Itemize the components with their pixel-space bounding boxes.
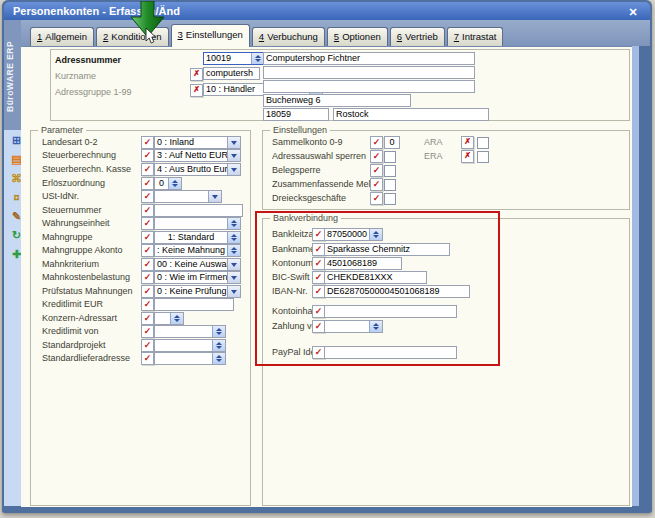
ara-label: ARA	[424, 137, 443, 148]
title-bar[interactable]: Personenkonten - Erfassen/Änd ✕	[4, 2, 650, 20]
kreditlimit-eur-field[interactable]	[154, 298, 234, 311]
spinner-button[interactable]	[227, 218, 240, 229]
field-value: : Keine Mahnung	[155, 245, 227, 256]
ara-checkbox[interactable]	[477, 137, 489, 149]
dropdown-value: 0 : Keine Prüfung	[155, 286, 227, 297]
edit-flag-icon[interactable]	[370, 192, 383, 205]
parameter-group-title: Parameter	[38, 125, 86, 136]
steuernummer-field[interactable]	[154, 204, 243, 217]
tab-einstellungen[interactable]: 3Einstellungen	[171, 24, 250, 47]
adressnummer-field[interactable]: 10019	[203, 52, 265, 65]
spinner-button[interactable]	[212, 353, 225, 364]
spinner-button[interactable]	[170, 313, 183, 324]
spinner-button[interactable]	[212, 326, 225, 337]
application-window: Personenkonten - Erfassen/Änd ✕ 1Allgeme…	[0, 0, 655, 518]
city-field[interactable]: Rostock	[333, 108, 489, 121]
edit-flag-icon[interactable]	[141, 339, 154, 352]
spinner-button[interactable]	[227, 245, 240, 256]
tab-vertrieb[interactable]: 6Vertrieb	[390, 27, 445, 46]
edit-flag-icon[interactable]	[141, 231, 154, 244]
spinner-button[interactable]	[168, 178, 181, 189]
tab-allgemein[interactable]: 1Allgemein	[30, 27, 94, 46]
dreiecksgeschaefte-checkbox[interactable]	[384, 193, 396, 205]
adressauswahl-sperren-checkbox[interactable]	[384, 151, 396, 163]
kurzname-field[interactable]: computersh	[203, 67, 260, 80]
edit-flag-icon[interactable]	[141, 190, 154, 203]
edit-flag-icon[interactable]	[141, 163, 154, 176]
close-icon[interactable]: ✕	[626, 5, 640, 19]
tab-label: Einstellungen	[186, 29, 243, 40]
mahnkriterium-dropdown[interactable]: 00 : Keine Auswahl	[154, 258, 241, 271]
edit-flag-icon[interactable]	[141, 136, 154, 149]
street-field[interactable]: Buchenweg 6	[263, 94, 411, 107]
edit-flag-icon[interactable]	[141, 258, 154, 271]
mahngruppe-akonto-field[interactable]: : Keine Mahnung	[154, 244, 241, 257]
steuerberechn-kasse-dropdown[interactable]: 4 : Aus Brutto Euro	[154, 163, 241, 176]
clear-x-icon[interactable]	[190, 84, 203, 97]
spinner-button[interactable]	[212, 340, 225, 351]
edit-flag-icon[interactable]	[370, 164, 383, 177]
standardprojekt-field[interactable]	[154, 339, 226, 352]
tab-label: Intrastat	[462, 31, 496, 42]
waehrungseinheit-field[interactable]	[154, 217, 241, 230]
zusammenfassende-meldung-checkbox[interactable]	[384, 179, 396, 191]
kreditlimit-von-label: Kreditlimit von	[42, 326, 99, 337]
dropdown-arrow-icon[interactable]	[227, 259, 240, 270]
edit-flag-icon[interactable]	[141, 285, 154, 298]
tab-optionen[interactable]: 5Optionen	[327, 27, 388, 46]
edit-flag-icon[interactable]	[141, 271, 154, 284]
edit-flag-icon[interactable]	[141, 298, 154, 311]
edit-flag-icon[interactable]	[370, 150, 383, 163]
sammelkonto-field[interactable]: 0	[384, 136, 400, 149]
field-value	[264, 67, 474, 78]
edit-flag-icon[interactable]	[370, 136, 383, 149]
erloeszuordnung-field[interactable]: 0	[154, 177, 182, 190]
edit-flag-icon[interactable]	[141, 244, 154, 257]
dropdown-arrow-icon[interactable]	[227, 164, 240, 175]
name3-field[interactable]	[263, 80, 475, 93]
landesart-dropdown[interactable]: 0 : Inland	[154, 136, 241, 149]
edit-flag-icon[interactable]	[141, 312, 154, 325]
tab-intrastat[interactable]: 7Intrastat	[447, 27, 504, 46]
kreditlimit-eur-label: Kreditlimit EUR	[42, 299, 103, 310]
dropdown-arrow-icon[interactable]	[227, 286, 240, 297]
edit-flag-icon[interactable]	[141, 352, 154, 365]
mahnkostenbelastung-dropdown[interactable]: 0 : Wie im Firmenstamm eing	[154, 271, 241, 284]
belegsperre-checkbox[interactable]	[384, 165, 396, 177]
standardprojekt-label: Standardprojekt	[42, 340, 106, 351]
edit-flag-icon[interactable]	[370, 178, 383, 191]
sammelkonto-label: Sammelkonto 0-9	[272, 137, 343, 148]
zip-field[interactable]: 18059	[263, 108, 329, 121]
tab-label: Vertrieb	[405, 31, 438, 42]
annotation-highlight-rect	[255, 211, 500, 366]
name1-field[interactable]: Computershop Fichtner	[263, 52, 475, 65]
field-value	[264, 81, 474, 92]
dropdown-arrow-icon[interactable]	[227, 150, 240, 161]
adressnummer-label: Adressnummer	[55, 55, 121, 66]
tab-verbuchung[interactable]: 4Verbuchung	[252, 27, 325, 46]
clear-x-icon[interactable]	[461, 150, 474, 163]
dropdown-arrow-icon[interactable]	[208, 191, 221, 202]
edit-flag-icon[interactable]	[141, 177, 154, 190]
steuerberechnung-dropdown[interactable]: 3 : Auf Netto EUR	[154, 149, 241, 162]
ust-idnr-dropdown[interactable]	[154, 190, 222, 203]
name2-field[interactable]	[263, 66, 475, 79]
dropdown-arrow-icon[interactable]	[227, 272, 240, 283]
field-value	[155, 299, 233, 310]
edit-flag-icon[interactable]	[141, 204, 154, 217]
ust-idnr-label: USt-IdNr.	[42, 191, 79, 202]
tab-number: 3	[178, 29, 183, 40]
edit-flag-icon[interactable]	[141, 325, 154, 338]
edit-flag-icon[interactable]	[141, 217, 154, 230]
kreditlimit-von-field[interactable]	[154, 325, 226, 338]
dropdown-arrow-icon[interactable]	[227, 137, 240, 148]
edit-flag-icon[interactable]	[141, 149, 154, 162]
mahngruppe-field[interactable]: 1: Standard	[154, 231, 241, 244]
era-checkbox[interactable]	[477, 151, 489, 163]
konzern-adressart-field[interactable]	[154, 312, 184, 325]
spinner-button[interactable]	[227, 232, 240, 243]
clear-x-icon[interactable]	[461, 136, 474, 149]
standardlieferadresse-field[interactable]	[154, 352, 226, 365]
clear-x-icon[interactable]	[190, 68, 203, 81]
pruefstatus-mahnungen-dropdown[interactable]: 0 : Keine Prüfung	[154, 285, 241, 298]
